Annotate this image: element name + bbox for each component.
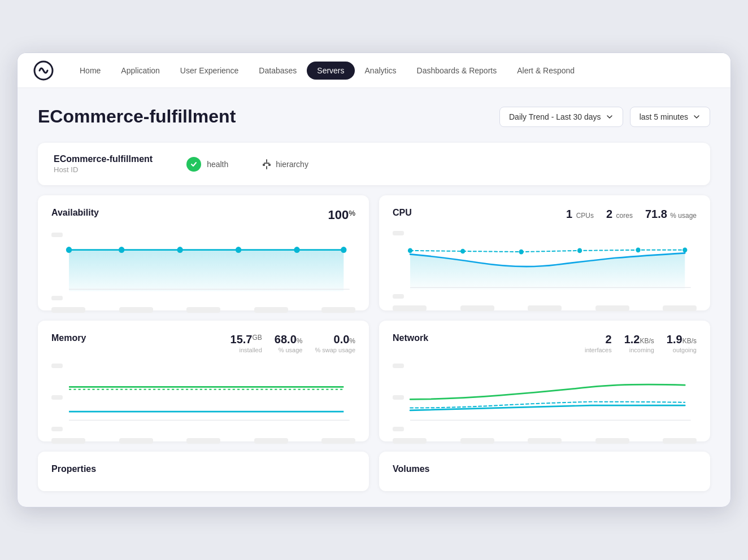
- net-axis-3: [528, 438, 562, 444]
- app-logo: [33, 60, 54, 81]
- svg-point-16: [577, 248, 582, 253]
- cpu-axis-1: [393, 305, 427, 311]
- axis-label-4: [254, 307, 288, 313]
- axis-label-1: [51, 307, 85, 313]
- nav-home[interactable]: Home: [69, 62, 111, 80]
- svg-rect-4: [263, 164, 265, 166]
- network-header: Network 2 interfaces 1.2KB/s incoming 1.…: [393, 333, 697, 353]
- memory-header: Memory 15.7GB installed 68.0% % usage 0.…: [51, 333, 355, 353]
- net-y-bottom: [393, 427, 404, 431]
- host-id-label: Host ID: [54, 165, 153, 174]
- svg-point-17: [636, 247, 640, 252]
- svg-rect-2: [266, 166, 267, 169]
- volumes-title: Volumes: [393, 464, 430, 474]
- network-axis: [393, 438, 697, 444]
- nav-bar: Home Application User Experience Databas…: [18, 53, 730, 88]
- svg-point-10: [294, 247, 299, 253]
- host-name: ECommerce-fulfillment: [54, 154, 153, 164]
- hierarchy-label: hierarchy: [276, 160, 308, 169]
- memory-title: Memory: [51, 333, 86, 343]
- cpu-stats: 1 CPUs 2 cores 71.8 % usage: [566, 208, 697, 221]
- memory-installed: 15.7GB installed: [231, 333, 262, 353]
- availability-value: 100%: [328, 208, 355, 222]
- svg-rect-5: [268, 164, 271, 166]
- health-label: health: [207, 160, 228, 169]
- svg-point-8: [177, 247, 182, 253]
- memory-usage: 68.0% % usage: [275, 333, 303, 353]
- properties-card: Properties: [38, 452, 369, 491]
- check-icon: [190, 160, 198, 168]
- axis-label-3: [186, 307, 220, 313]
- cpu-axis: [393, 305, 697, 311]
- svg-point-18: [682, 247, 687, 252]
- nav-analytics[interactable]: Analytics: [355, 62, 407, 80]
- nav-databases[interactable]: Databases: [249, 62, 307, 80]
- mem-axis-3: [186, 438, 220, 444]
- axis-label-2: [119, 307, 153, 313]
- network-title: Network: [393, 333, 428, 343]
- bottom-grid: Properties Volumes: [38, 452, 710, 491]
- header-controls: Daily Trend - Last 30 days last 5 minute…: [499, 107, 710, 127]
- cpu-cpus: 1 CPUs: [566, 208, 594, 221]
- axis-label-5: [321, 307, 355, 313]
- memory-svg: [51, 364, 355, 431]
- memory-y-top: [51, 364, 63, 368]
- cpu-svg: [393, 231, 697, 299]
- cpu-usage: 71.8 % usage: [645, 208, 697, 221]
- cpu-card: CPU 1 CPUs 2 cores 71.8 % usage: [379, 195, 710, 310]
- availability-header: Availability 100%: [51, 208, 355, 222]
- memory-chart: [51, 364, 355, 431]
- health-indicator: [186, 157, 201, 172]
- cpu-y-bottom: [393, 294, 404, 299]
- availability-svg: [51, 233, 355, 300]
- main-content: ECommerce-fulfillment Daily Trend - Last…: [18, 88, 730, 507]
- trend-dropdown[interactable]: Daily Trend - Last 30 days: [499, 107, 623, 127]
- cpu-axis-5: [663, 305, 697, 311]
- network-outgoing: 1.9KB/s outgoing: [667, 333, 697, 353]
- svg-rect-3: [264, 163, 269, 164]
- memory-swap: 0.0% % swap usage: [315, 333, 355, 353]
- app-window: Home Application User Experience Databas…: [17, 53, 731, 508]
- availability-chart: [51, 233, 355, 300]
- availability-stats: 100%: [328, 208, 355, 222]
- memory-y-bottom: [51, 427, 63, 431]
- host-health: health: [186, 157, 228, 172]
- availability-axis: [51, 307, 355, 313]
- hierarchy-icon: [262, 159, 271, 169]
- mem-axis-4: [254, 438, 288, 444]
- nav-application[interactable]: Application: [111, 62, 170, 80]
- net-axis-4: [595, 438, 629, 444]
- network-y-labels: [393, 364, 404, 431]
- nav-user-experience[interactable]: User Experience: [170, 62, 249, 80]
- properties-title: Properties: [51, 464, 96, 474]
- net-axis-5: [663, 438, 697, 444]
- memory-stats: 15.7GB installed 68.0% % usage 0.0% % sw…: [231, 333, 355, 353]
- network-incoming: 1.2KB/s incoming: [624, 333, 654, 353]
- svg-rect-1: [266, 159, 267, 163]
- net-axis-1: [393, 438, 427, 444]
- cpu-y-labels: [393, 231, 404, 299]
- host-card: ECommerce-fulfillment Host ID health hie…: [38, 143, 710, 185]
- svg-point-9: [236, 247, 241, 253]
- cpu-cores: 2 cores: [606, 208, 633, 221]
- volumes-card: Volumes: [379, 452, 710, 491]
- chevron-down-icon: [606, 113, 614, 121]
- svg-point-6: [66, 247, 72, 253]
- nav-dashboards[interactable]: Dashboards & Reports: [407, 62, 507, 80]
- page-title: ECommerce-fulfillment: [38, 106, 236, 127]
- svg-point-7: [119, 247, 124, 253]
- host-hierarchy[interactable]: hierarchy: [262, 159, 308, 169]
- mem-axis-1: [51, 438, 85, 444]
- svg-point-15: [519, 250, 523, 255]
- availability-card: Availability 100%: [38, 195, 369, 310]
- nav-servers[interactable]: Servers: [307, 62, 354, 80]
- cpu-title: CPU: [393, 208, 412, 218]
- cpu-axis-2: [460, 305, 494, 311]
- cpu-y-top: [393, 231, 404, 235]
- nav-alert[interactable]: Alert & Respond: [507, 62, 585, 80]
- memory-card: Memory 15.7GB installed 68.0% % usage 0.…: [38, 321, 369, 441]
- mem-axis-2: [119, 438, 153, 444]
- svg-point-14: [460, 249, 465, 254]
- time-dropdown[interactable]: last 5 minutes: [630, 107, 710, 127]
- mem-axis-5: [321, 438, 355, 444]
